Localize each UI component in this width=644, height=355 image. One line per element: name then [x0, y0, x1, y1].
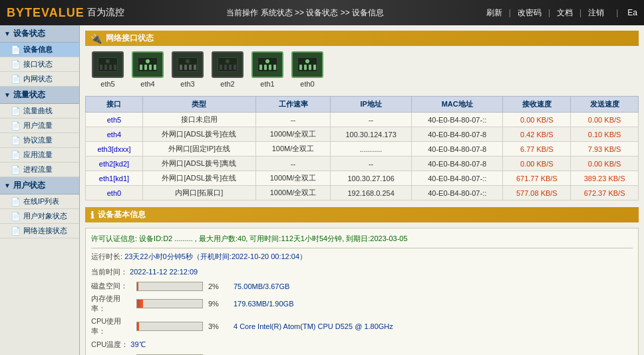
cell-port: eth0 [86, 186, 143, 200]
sidebar-item-process-traffic[interactable]: 📄 进程流量 [0, 163, 79, 177]
sidebar-group-user-status[interactable]: ▼ 用户状态 [0, 177, 79, 194]
cell-rx: 577.08 KB/S [503, 186, 571, 200]
uptime-value: 23天22小时0分钟5秒（开机时间:2022-10-20 00:12:04） [124, 252, 307, 260]
cell-port: eth4 [86, 127, 143, 142]
sidebar-item-protocol-traffic[interactable]: 📄 协议流量 [0, 133, 79, 148]
sidebar-item-device-info[interactable]: 📄 设备信息 [0, 43, 79, 57]
port-wrap-eth1: eth1 [251, 51, 283, 88]
port-led [226, 59, 230, 63]
mem-detail: 179.63MB/1.90GB [234, 300, 294, 308]
sidebar-item-online-ip[interactable]: 📄 在线IP列表 [0, 194, 79, 209]
table-row: eth2[kd2] 外网口[ADSL拨号]离线 -- -- 40-E0-B4-8… [86, 157, 639, 171]
sidebar-item-label: 设备信息 [23, 45, 53, 55]
disk-label: 磁盘空间： [91, 281, 131, 291]
port-icon-inner [178, 57, 198, 72]
sidebar-item-app-traffic[interactable]: 📄 应用流量 [0, 148, 79, 163]
port-icon-eth3 [172, 51, 204, 78]
sidebar-group-traffic[interactable]: ▼ 流量状态 [0, 87, 79, 104]
table-row: eth5 接口未启用 -- -- 40-E0-B4-80-07-:: 0.00 … [86, 113, 639, 127]
logout-button[interactable]: 注销 [588, 7, 604, 19]
logo-cn: 百为流控 [87, 7, 124, 19]
cell-tx: 0.00 KB/S [571, 157, 639, 171]
disk-pct: 2% [208, 282, 228, 290]
logo-text: BYTEVALUE [7, 6, 84, 20]
port-wrap-eth0: eth0 [291, 51, 323, 88]
folder-icon: 📄 [11, 197, 21, 206]
sidebar-item-traffic-curve[interactable]: 📄 流量曲线 [0, 104, 79, 119]
section-title: 网络接口状态 [106, 33, 154, 44]
info-icon: ℹ [90, 210, 94, 220]
change-password-button[interactable]: 改密码 [518, 7, 542, 19]
cell-type: 接口未启用 [142, 113, 255, 127]
port-wrap-eth5: eth5 [92, 51, 124, 88]
cell-mac: 40-E0-B4-80-07-8 [411, 157, 502, 171]
cell-speed: -- [255, 157, 331, 171]
port-label-eth2: eth2 [220, 80, 234, 88]
folder-icon: 📄 [11, 212, 21, 221]
col-header-ip: IP地址 [331, 97, 412, 113]
cell-ip: 100.30.124.173 [331, 127, 412, 142]
port-label-eth0: eth0 [300, 80, 314, 88]
section-title: 设备基本信息 [98, 209, 146, 220]
port-label-eth1: eth1 [260, 80, 274, 88]
logo-area: BYTEVALUE 百为流控 [7, 6, 124, 20]
sidebar-item-port-status[interactable]: 📄 接口状态 [0, 57, 79, 72]
cell-rx: 0.00 KB/S [503, 157, 571, 171]
network-port-section-header: 🔌 网络接口状态 [85, 31, 639, 46]
port-icon-inner [98, 57, 118, 72]
sidebar-group-label: 用户状态 [13, 180, 45, 191]
port-led [146, 59, 150, 63]
cell-type: 外网口[固定IP]在线 [142, 142, 255, 157]
folder-icon: 📄 [11, 75, 21, 84]
sidebar-group-device-status[interactable]: ▼ 设备状态 [0, 25, 79, 43]
sidebar-item-user-object-status[interactable]: 📄 用户对象状态 [0, 209, 79, 224]
table-row: eth3[dxxx] 外网口[固定IP]在线 100M/全双工 ........… [86, 142, 639, 157]
sidebar-item-label: 进程流量 [23, 165, 53, 175]
cpu-row: CPU使用率： 3% 4 Core Intel(R) Atom(TM) CPU … [91, 316, 633, 336]
time-label: 当前时间： [91, 268, 128, 276]
mem-row: 内存使用率： 9% 179.63MB/1.90GB [91, 294, 633, 314]
divider [91, 248, 633, 248]
cpu-label: CPU使用率： [91, 316, 131, 336]
disk-row: 磁盘空间： 2% 75.00MB/3.67GB [91, 281, 633, 291]
cpu-progress-bar [136, 322, 203, 331]
cell-speed: 1000M/全双工 [255, 186, 331, 200]
col-header-type: 类型 [142, 97, 255, 113]
cell-rx: 0.42 KB/S [503, 127, 571, 142]
port-wrap-eth3: eth3 [172, 51, 204, 88]
chevron-down-icon: ▼ [4, 30, 11, 37]
time-value: 2022-11-12 22:12:09 [130, 268, 198, 276]
sidebar-item-user-traffic[interactable]: 📄 用户流量 [0, 119, 79, 133]
cell-ip: 192.168.0.254 [331, 186, 412, 200]
port-icon-eth4 [132, 51, 164, 78]
folder-icon: 📄 [11, 226, 21, 236]
breadcrumb: 当前操作 系统状态 >> 设备状态 >> 设备信息 [124, 7, 486, 19]
user-label: Ea [627, 8, 637, 17]
cell-speed: 100M/全双工 [255, 142, 331, 157]
sidebar-item-lan-status[interactable]: 📄 内网状态 [0, 72, 79, 87]
port-icon-inner [257, 57, 277, 72]
folder-icon: 📄 [11, 45, 21, 55]
sidebar-item-label: 网络连接状态 [23, 226, 67, 236]
cell-ip: -- [331, 157, 412, 171]
port-icon-eth5 [92, 51, 124, 78]
cell-rx: 671.77 KB/S [503, 171, 571, 186]
sidebar: ▼ 设备状态 📄 设备信息 📄 接口状态 📄 内网状态 ▼ 流量状态 📄 流量曲… [0, 25, 80, 355]
device-info-section-header: ℹ 设备基本信息 [85, 207, 639, 222]
sidebar-group-label: 流量状态 [13, 89, 45, 101]
cell-port: eth3[dxxx] [86, 142, 143, 157]
col-header-tx: 发送速度 [571, 97, 639, 113]
device-info-panel: 许可认证信息: 设备ID:D2 ......... , 最大用户数:40, 可用… [85, 228, 639, 355]
docs-button[interactable]: 文档 [557, 7, 573, 19]
cell-port: eth5 [86, 113, 143, 127]
table-row: eth4 外网口[ADSL拨号]在线 1000M/全双工 100.30.124.… [86, 127, 639, 142]
cell-mac: 40-E0-B4-80-07-8 [411, 142, 502, 157]
disk-progress-bar [136, 282, 203, 291]
sidebar-item-network-conn-status[interactable]: 📄 网络连接状态 [0, 224, 79, 238]
port-led [186, 59, 190, 63]
refresh-button[interactable]: 刷新 [486, 7, 502, 19]
main-layout: ▼ 设备状态 📄 设备信息 📄 接口状态 📄 内网状态 ▼ 流量状态 📄 流量曲… [0, 25, 644, 355]
uptime-row: 运行时长: 23天22小时0分钟5秒（开机时间:2022-10-20 00:12… [91, 251, 633, 263]
cell-rx: 6.77 KB/S [503, 142, 571, 157]
cpu-temp-row: CPU温度： 39℃ [91, 339, 633, 351]
